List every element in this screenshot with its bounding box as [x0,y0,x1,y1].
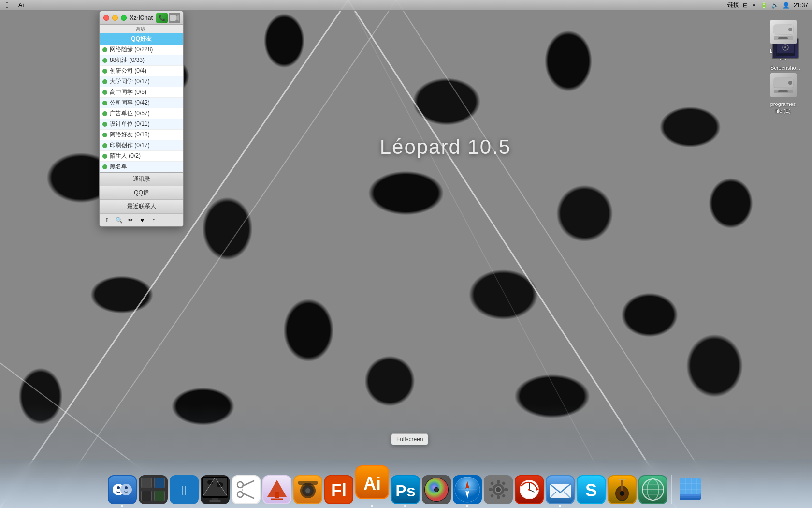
contact-group-陌生人[interactable]: 陌生人 (0/2) [100,151,183,162]
svg-point-17 [788,81,792,85]
qq-tab-recent[interactable]: 最近联系人 [100,200,183,213]
svg-point-65 [305,488,310,493]
svg-point-23 [120,484,132,495]
dock-item-preview[interactable] [201,475,230,504]
svg-rect-123 [624,479,625,480]
dock-item-finder[interactable] [108,475,137,504]
dock-dot-mail [559,505,561,507]
qq-toolbar-heart[interactable]: ♥ [137,215,147,225]
menubar-connection: 链接 [727,1,739,9]
contact-name: 设计单位 (0/11) [110,120,150,128]
dock-item-appstore[interactable]:  [170,475,199,504]
programes-label: programesfile (E) [770,101,796,114]
qq-bottom-tabs: 通讯录 QQ群 最近联系人 [100,172,183,213]
svg-rect-41 [203,478,227,496]
contact-name: 创研公司 (0/4) [110,67,146,75]
qq-toolbar-scissor[interactable]: ✂ [126,215,135,225]
qq-titlebar: Xz-iChat 📞 [100,11,183,25]
qq-tab-groups[interactable]: QQ群 [100,186,183,200]
dock-item-expose[interactable] [139,475,168,504]
contact-name: 黑名单 [110,163,127,171]
svg-rect-58 [275,492,279,498]
contact-group-网络随缘[interactable]: 网络随缘 (0/228) [100,45,183,55]
dock-item-mail[interactable] [546,475,575,504]
contact-group-公司同事[interactable]: 公司同事 (0/42) [100,98,183,108]
contact-name: 高中同学 (0/5) [110,88,146,96]
contact-name: 网络随缘 (0/228) [110,45,153,54]
menubar-battery-icon: 🔋 [760,2,768,9]
menubar-bluetooth-icon: ✦ [752,2,756,9]
qq-toolbar-up[interactable]: ↑ [149,215,159,225]
contact-group-设计单位[interactable]: 设计单位 (0/11) [100,119,183,130]
dock-item-illustrator[interactable]: Ai [355,470,389,504]
contact-name: 印刷创作 (0/17) [110,141,150,149]
qq-window: Xz-iChat 📞 离线· QQ好友 网络随缘 (0/228) [99,11,184,227]
dock-dot-finder [121,505,123,507]
svg-point-13 [788,28,792,31]
svg-point-80 [435,488,438,492]
svg-point-120 [620,491,624,496]
dock-item-iphoto[interactable] [293,475,322,504]
qq-title: Xz-iChat [130,15,153,21]
svg-rect-12 [774,36,793,40]
dock-items-container:  [102,470,710,504]
window-min-btn[interactable] [112,15,118,21]
svg-text:Fl: Fl [331,480,347,500]
svg-text::  [181,482,187,498]
dock-item-network[interactable] [638,475,667,504]
svg-text:S: S [585,480,596,500]
contact-group-印刷创作[interactable]: 印刷创作 (0/17) [100,140,183,151]
svg-point-42 [207,480,213,485]
contact-group-黑名单[interactable]: 黑名单 [100,162,183,172]
svg-text:Ps: Ps [395,481,416,500]
svg-rect-134 [680,478,701,494]
dock-item-photoshop[interactable]: Ps [391,475,420,504]
qq-contacts-list[interactable]: 网络随缘 (0/228) 88机油 (0/33) 创研公司 (0/4) 大学同学… [100,45,183,172]
contact-group-阿络好友[interactable]: 阿络好友 (0/18) [100,130,183,140]
qq-phone-icon[interactable]: 📞 [156,13,168,23]
contact-group-高中同学[interactable]: 高中同学 (0/5) [100,87,183,98]
svg-rect-16 [774,90,793,93]
dock-item-dvd[interactable] [422,475,451,504]
contact-group-广告单位[interactable]: 广告单位 (0/57) [100,108,183,119]
svg-rect-92 [497,495,500,499]
qq-toolbar-search[interactable]: 🔍 [114,215,124,225]
svg-rect-18 [170,15,176,21]
desktop-icon-programes[interactable]: programesfile (E) [764,70,802,114]
contact-name: 陌生人 (0/2) [110,152,141,160]
contact-name: 公司同事 (0/42) [110,99,150,107]
dock-item-flash[interactable]: Fl [324,475,353,504]
svg-point-25 [125,486,128,489]
window-close-btn[interactable] [103,15,109,21]
window-max-btn[interactable] [121,15,127,21]
dock-item-timemachine[interactable] [515,475,544,504]
svg-rect-121 [621,480,624,491]
dock-dot-photoshop [404,505,406,507]
dock-item-skype[interactable]: S [577,475,606,504]
svg-rect-91 [497,480,500,484]
qq-tab-contacts[interactable]: 通讯录 [100,173,183,186]
qq-toolbar-apple[interactable]:  [102,215,112,225]
svg-rect-94 [504,488,508,491]
svg-rect-47 [209,500,221,502]
apple-menu[interactable]:  [4,1,11,10]
contact-group-88机油[interactable]: 88机油 (0/33) [100,55,183,66]
svg-marker-19 [176,15,179,21]
dock-item-syspref[interactable] [484,475,513,504]
dock-item-scissors[interactable] [232,475,261,504]
contact-group-创研公司[interactable]: 创研公司 (0/4) [100,66,183,76]
contact-group-大学同学[interactable]: 大学同学 (0/17) [100,76,183,87]
svg-text:Ai: Ai [363,474,381,493]
dock-item-safari[interactable] [453,475,482,504]
dock-item-stacks[interactable] [676,475,705,504]
contact-name: 88机油 (0/33) [110,56,145,64]
menu-item-ai[interactable]: Ai [16,1,26,9]
svg-rect-34 [155,491,164,501]
svg-point-24 [117,486,120,489]
dock-item-guitar[interactable] [608,475,637,504]
dock-item-flash-player[interactable] [262,475,291,504]
fullscreen-tooltip: Fullscreen [391,433,428,445]
svg-point-9 [784,46,786,48]
qq-video-icon[interactable] [169,13,180,23]
svg-rect-46 [212,498,218,500]
